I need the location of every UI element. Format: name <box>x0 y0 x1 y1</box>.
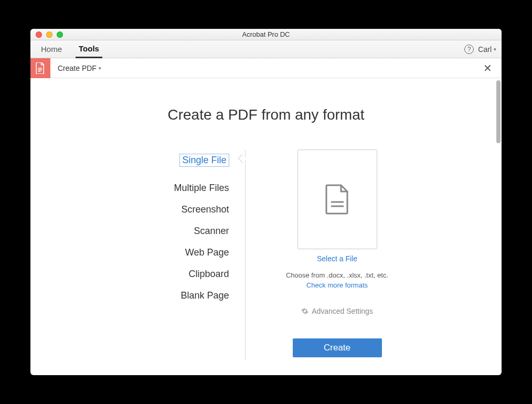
option-screenshot[interactable]: Screenshot <box>124 199 229 220</box>
tool-dropdown[interactable]: Create PDF ▾ <box>58 64 101 72</box>
page-title: Create a PDF from any format <box>30 107 502 123</box>
zoom-window-button[interactable] <box>57 31 63 38</box>
window-controls <box>36 31 63 38</box>
chevron-down-icon: ▾ <box>99 66 101 71</box>
advanced-settings-link[interactable]: Advanced Settings <box>301 307 373 315</box>
advanced-settings-label: Advanced Settings <box>312 307 373 315</box>
primary-tabs: Home Tools ? Carl ▾ <box>30 40 502 58</box>
gear-icon <box>301 307 308 315</box>
scrollbar-thumb[interactable] <box>496 80 501 143</box>
option-single-file[interactable]: Single File <box>124 152 229 177</box>
option-multiple-files[interactable]: Multiple Files <box>124 177 229 199</box>
create-button[interactable]: Create <box>293 338 382 357</box>
user-menu[interactable]: Carl ▾ <box>478 45 496 54</box>
close-window-button[interactable] <box>36 31 42 38</box>
option-web-page[interactable]: Web Page <box>124 242 229 263</box>
document-icon <box>325 184 349 215</box>
tool-name-label: Create PDF <box>58 64 97 72</box>
app-window: Acrobat Pro DC Home Tools ? Carl ▾ Creat… <box>30 29 502 375</box>
close-tool-button[interactable]: ✕ <box>479 63 496 73</box>
tool-subbar: Create PDF ▾ ✕ <box>30 58 502 78</box>
select-file-link[interactable]: Select a File <box>317 254 357 263</box>
user-name-label: Carl <box>478 45 492 54</box>
create-pdf-panel: Single File Multiple Files Screenshot Sc… <box>30 150 502 359</box>
window-title: Acrobat Pro DC <box>30 30 502 38</box>
option-blank-page[interactable]: Blank Page <box>124 285 229 306</box>
help-icon[interactable]: ? <box>464 45 474 54</box>
single-file-panel: Select a File Choose from .docx, .xlsx, … <box>246 150 408 359</box>
tab-tools[interactable]: Tools <box>76 41 102 58</box>
option-single-file-label: Single File <box>179 154 229 167</box>
tab-home[interactable]: Home <box>38 40 65 58</box>
more-formats-link[interactable]: Check more formats <box>306 281 368 289</box>
file-drop-zone[interactable] <box>297 150 377 249</box>
header-right: ? Carl ▾ <box>464 45 496 54</box>
create-pdf-icon <box>30 58 50 78</box>
main-content: Create a PDF from any format Single File… <box>30 78 502 375</box>
option-clipboard[interactable]: Clipboard <box>124 263 229 285</box>
formats-hint: Choose from .docx, .xlsx, .txt, etc. <box>286 271 388 279</box>
minimize-window-button[interactable] <box>46 31 52 38</box>
chevron-down-icon: ▾ <box>494 47 496 52</box>
source-options: Single File Multiple Files Screenshot Sc… <box>124 150 245 359</box>
option-scanner[interactable]: Scanner <box>124 220 229 242</box>
titlebar: Acrobat Pro DC <box>30 29 502 40</box>
